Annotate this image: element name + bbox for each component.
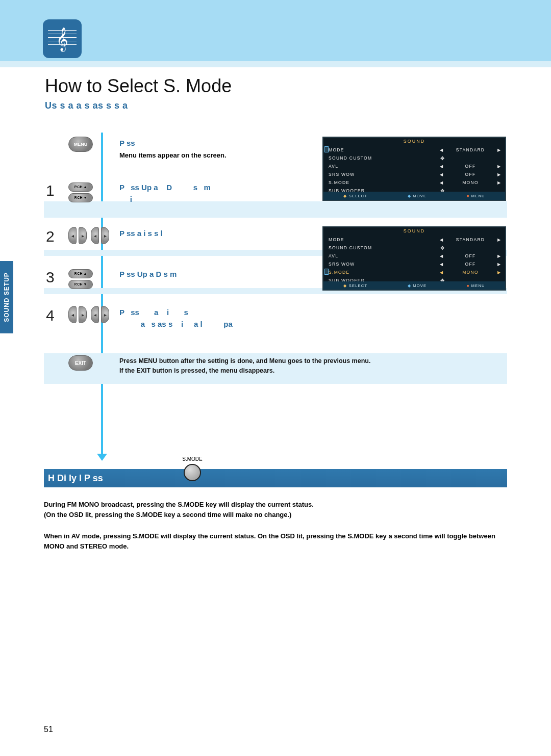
left-right-button-icon: ◂▸ (68, 306, 87, 323)
osd-title: SOUND (323, 227, 505, 234)
header-banner-accent (0, 61, 551, 67)
direct-paragraph-1: During FM MONO broadcast, pressing the S… (44, 500, 507, 520)
osd-row: MODE◀STANDARD▶ (329, 146, 501, 154)
direct-title: H Di ly l P ss (48, 473, 103, 484)
flow-arrow-head-icon (97, 454, 107, 461)
step-number: 3 (46, 269, 55, 286)
exit-button-icon: EXIT (68, 355, 93, 371)
exit-note-line2: If the EXIT button is pressed, the menu … (119, 367, 274, 374)
pch-up-down-icon: P.CH ▲ P.CH ▼ (68, 183, 93, 202)
osd-row: MODE◀STANDARD▶ (329, 236, 501, 244)
step-number: 4 (46, 307, 55, 324)
step-2-text: P ss a i s s l (119, 228, 163, 240)
pch-up-down-icon: P.CH ▲ P.CH ▼ (68, 269, 93, 289)
osd-row: AVL◀OFF▶ (329, 252, 501, 260)
step-number: 1 (46, 182, 55, 199)
step-3-text: P ss Up a D s m (119, 269, 177, 280)
osd-row: SRS WOW◀OFF▶ (329, 260, 501, 268)
left-right-button-icon: ◂▸ (68, 227, 87, 244)
osd-sound-menu-2: SOUND MODE◀STANDARD▶SOUND CUSTOM✥AVL◀OFF… (322, 226, 506, 291)
step-band (44, 201, 507, 218)
exit-note-line1: Press MENU button after the setting is d… (119, 357, 370, 364)
music-logo: 𝄞 (43, 19, 82, 58)
side-tab-sound-setup: SOUND SETUP (0, 261, 13, 333)
osd-row: AVL◀OFF▶ (329, 162, 501, 170)
smode-button-label: S.MODE (180, 456, 205, 462)
intro-label: P ss (119, 139, 135, 147)
page-number: 51 (44, 725, 53, 734)
page-title: How to Select S. Mode (45, 75, 232, 97)
left-right-button-icon: ◂▸ (91, 306, 109, 323)
page-subhead: Us s a a s as s s a (45, 100, 128, 111)
direct-paragraph-2: When in AV mode, pressing S.MODE will di… (44, 531, 507, 552)
header-banner (0, 0, 551, 61)
step-1-text: P ss Up a D s m i (119, 182, 211, 205)
step-number: 2 (46, 228, 55, 245)
osd-sound-menu-1: SOUND MODE◀STANDARD▶SOUND CUSTOM✥AVL◀OFF… (322, 137, 506, 201)
osd-row: SRS WOW◀OFF▶ (329, 170, 501, 178)
osd-row: SOUND CUSTOM✥ (329, 244, 501, 252)
left-right-button-icon: ◂▸ (91, 227, 109, 244)
intro-sub: Menu items appear on the screen. (119, 150, 227, 161)
osd-row: S.MODE◀MONO▶ (329, 268, 501, 276)
menu-button-icon: MENU (68, 137, 93, 152)
smode-button-icon (184, 464, 201, 481)
step-4-text: P ss a i s a s as s i a l pa (119, 307, 233, 330)
direct-title-bar: H Di ly l P ss (44, 469, 507, 487)
osd-row: S.MODE◀MONO▶ (329, 178, 501, 187)
osd-row: SOUND CUSTOM✥ (329, 154, 501, 162)
osd-title: SOUND (323, 138, 505, 145)
